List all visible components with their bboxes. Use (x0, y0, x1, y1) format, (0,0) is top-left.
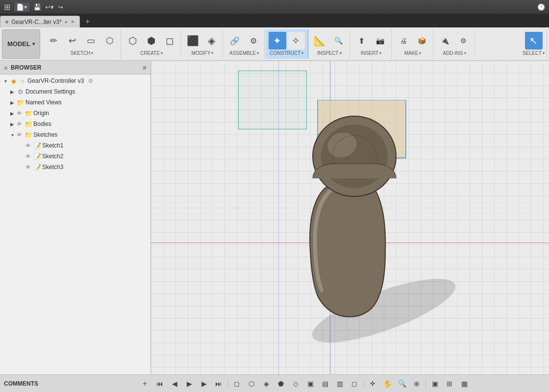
nav-zoom-fit-button[interactable]: ⊕ (410, 377, 424, 390)
tree-arrow-sketches: ▾ (9, 132, 16, 138)
redo-icon[interactable]: ↪ (58, 3, 63, 11)
addins-label[interactable]: ADD-INS ▾ (443, 50, 466, 56)
addins-scripts-button[interactable]: 🔌 (436, 32, 454, 49)
tree-eye-sketch3: 👁 (25, 164, 32, 170)
inspect-measure-button[interactable]: 📐 (311, 32, 329, 49)
grid-toggle-button[interactable]: ⊞ (443, 377, 456, 390)
assemble-joint-button[interactable]: 🔗 (226, 32, 244, 49)
construct-label[interactable]: CONSTRUCT ▾ (270, 50, 304, 56)
browser-collapse-button[interactable]: « (4, 64, 8, 72)
tree-icon-gear: ⚙ (87, 77, 95, 85)
nav-zoom-in-button[interactable]: 🔍 (395, 377, 409, 390)
viewport[interactable] (151, 61, 549, 374)
insert-image-button[interactable]: 📷 (372, 32, 389, 49)
new-tab-button[interactable]: + (82, 16, 94, 27)
separator-2 (363, 379, 364, 389)
sketch-frame-button[interactable]: ◻ (230, 377, 244, 390)
make-label[interactable]: MAKE ▾ (404, 50, 421, 56)
save-icon[interactable]: 💾 (33, 3, 41, 11)
create-box-button[interactable]: ◻ (161, 32, 179, 49)
sketch-solid-button[interactable]: ▣ (303, 377, 317, 390)
tree-arrow-docsettings: ▶ (9, 89, 16, 95)
create-revolve-button[interactable]: ⬢ (143, 32, 160, 49)
create-extrude-button[interactable]: ⬡ (124, 32, 142, 49)
nav-orbit-button[interactable]: ✜ (366, 377, 379, 390)
sketch-body-button[interactable]: ⬡ (245, 377, 258, 390)
tree-item-docsettings[interactable]: ▶ ⚙ Document Settings (0, 86, 150, 97)
toolbar-group-select: ↖ SELECT ▾ (521, 29, 547, 59)
undo-icon[interactable]: ↩▾ (45, 3, 54, 11)
toolbar-group-make: 🖨 📦 MAKE ▾ (393, 29, 433, 59)
display-mode-button[interactable]: ▣ (428, 377, 442, 390)
inspect-arrow-icon: ▾ (340, 51, 342, 55)
3d-model-area (239, 100, 543, 369)
comments-add-button[interactable]: + (143, 379, 147, 388)
assemble-component-button[interactable]: ⚙ (245, 32, 262, 49)
model-menu-button[interactable]: MODEL ▾ (2, 29, 40, 59)
modify-label[interactable]: MODIFY ▾ (192, 50, 214, 56)
playback-play-button[interactable]: ▶ (182, 377, 196, 390)
tree-item-sketch2[interactable]: 👁 📝 Sketch2 (0, 151, 150, 162)
insert-label[interactable]: INSERT ▾ (361, 50, 382, 56)
sketch-rect-button[interactable]: ▭ (82, 32, 100, 49)
tree-item-bodies[interactable]: ▶ 👁 📁 Bodies (0, 119, 150, 129)
playback-fastfwd-button[interactable]: ⏭ (212, 377, 225, 390)
snap-toggle-button[interactable]: ▦ (457, 377, 471, 390)
select-button[interactable]: ↖ (525, 32, 543, 49)
sketch-undo-button[interactable]: ↩ (64, 32, 81, 49)
construct-axis-button[interactable]: ✧ (287, 32, 305, 49)
create-arrow-icon: ▾ (161, 51, 163, 55)
construct-plane-button[interactable]: ✦ (269, 32, 286, 49)
sketch-circle-button[interactable]: ⬡ (101, 32, 119, 49)
make-print-button[interactable]: 🖨 (395, 32, 412, 49)
app-grid-icon[interactable]: ⊞ (4, 2, 10, 12)
nav-pan-button[interactable]: ✋ (380, 377, 394, 390)
model-arrow-icon: ▾ (32, 41, 35, 47)
tree-icon-root2: ⊙ (19, 77, 26, 85)
playback-step-fwd-button[interactable]: ▶ (197, 377, 211, 390)
select-label[interactable]: SELECT ▾ (523, 50, 545, 56)
sketch-pencil-button[interactable]: ✏ (45, 32, 63, 49)
sketch-surface-button[interactable]: ▤ (318, 377, 332, 390)
make-export-button[interactable]: 📦 (413, 32, 431, 49)
playback-step-back-button[interactable]: ◀ (168, 377, 181, 390)
modify-fillet-button[interactable]: ⬛ (184, 32, 202, 49)
modify-shell-button[interactable]: ◈ (203, 32, 221, 49)
sketch-mesh-button[interactable]: ▥ (333, 377, 347, 390)
toolbar-group-modify: ⬛ ◈ MODIFY ▾ (182, 29, 223, 59)
separator-3 (425, 379, 426, 389)
insert-svg-button[interactable]: ⬆ (353, 32, 371, 49)
inspect-label[interactable]: INSPECT ▾ (317, 50, 341, 56)
inspect-section-button[interactable]: 🔍 (330, 32, 348, 49)
inspect-label-text: INSPECT (317, 50, 338, 56)
sketch-face-button[interactable]: ◈ (259, 377, 273, 390)
playback-rewind-button[interactable]: ⏮ (153, 377, 167, 390)
sketch-label[interactable]: SKETCH ▾ (71, 50, 94, 56)
comments-panel: COMMENTS + (0, 374, 151, 392)
insert-label-text: INSERT (361, 50, 379, 56)
create-label[interactable]: CREATE ▾ (140, 50, 163, 56)
addins-settings-button[interactable]: ⚙ (455, 32, 473, 49)
sketch-vertex-button[interactable]: ◇ (289, 377, 302, 390)
file-menu-icon[interactable]: 📄▾ (14, 2, 29, 12)
tree-item-root[interactable]: ▾ ◆ ⊙ GearVR-Controller v3 ⚙ (0, 75, 150, 86)
comments-label: COMMENTS (4, 380, 139, 387)
tree-item-sketch1[interactable]: 👁 📝 Sketch1 (0, 140, 150, 151)
browser-options-button[interactable]: ≡ (143, 64, 147, 72)
assemble-label[interactable]: ASSEMBLE ▾ (229, 50, 259, 56)
sketch-construction-button[interactable]: ◻ (348, 377, 361, 390)
select-label-text: SELECT (523, 50, 542, 56)
browser-panel: « BROWSER ≡ ▾ ◆ ⊙ GearVR-Controller v3 ⚙… (0, 61, 151, 374)
tree-item-origin[interactable]: ▶ 👁 📁 Origin (0, 108, 150, 119)
tree-label-sketch3: Sketch3 (42, 164, 63, 171)
active-tab[interactable]: GearVR-C...ller v3* ● ✕ (0, 16, 80, 27)
sketch-edge-button[interactable]: ⬟ (274, 377, 288, 390)
tree-item-sketch3[interactable]: 👁 📝 Sketch3 (0, 162, 150, 172)
tab-close-icon[interactable]: ✕ (71, 19, 75, 24)
tree-icon-sketch3: 📝 (33, 163, 41, 171)
model-label: MODEL (7, 40, 30, 48)
tree-eye-sketches: 👁 (17, 132, 24, 138)
viewport-bottom-toolbar: ⏮ ◀ ▶ ▶ ⏭ ◻ ⬡ ◈ ⬟ ◇ ▣ ▤ ▥ ◻ ✜ ✋ 🔍 ⊕ ▣ (151, 374, 549, 392)
tree-item-sketches[interactable]: ▾ 👁 📁 Sketches (0, 129, 150, 140)
tree-item-namedviews[interactable]: ▶ 📁 Named Views (0, 97, 150, 108)
